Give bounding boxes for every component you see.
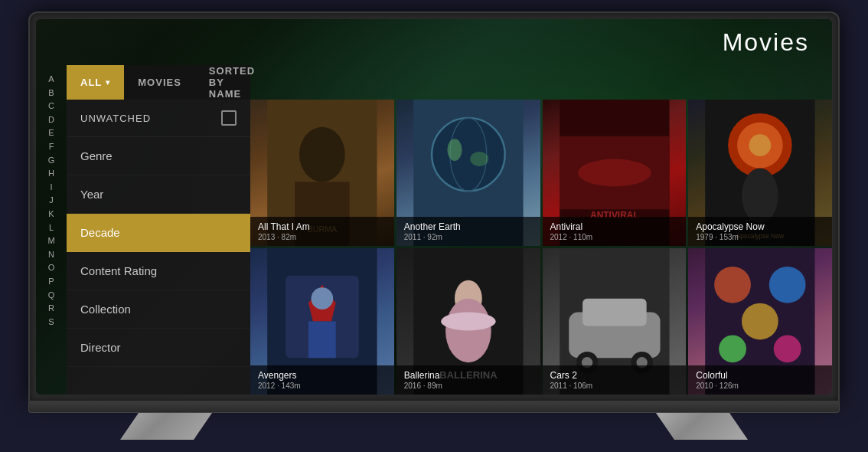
alpha-f[interactable]: F bbox=[49, 140, 54, 154]
alpha-j[interactable]: J bbox=[49, 194, 54, 208]
movie-info-antiviral: Antiviral 2012 · 110m bbox=[543, 217, 687, 246]
movie-meta-colorful: 2010 · 126m bbox=[696, 382, 824, 390]
unwatched-label: UNWATCHED bbox=[80, 113, 151, 124]
filter-collection[interactable]: Collection bbox=[67, 290, 250, 329]
screen-content: Movies ALL ▾ MOVIES bbox=[36, 19, 832, 395]
filter-year[interactable]: Year bbox=[67, 175, 250, 214]
tab-bar: ALL ▾ MOVIES SORTED BY NAME bbox=[67, 65, 250, 100]
alpha-r[interactable]: R bbox=[48, 302, 54, 316]
filter-content-rating[interactable]: Content Rating bbox=[67, 252, 250, 290]
movie-meta-ballerina: 2016 · 89m bbox=[404, 382, 533, 390]
alpha-p[interactable]: P bbox=[48, 275, 54, 289]
movie-info-colorful: Colorful 2010 · 126m bbox=[688, 365, 832, 395]
tab-sorted[interactable]: SORTED BY NAME bbox=[195, 65, 269, 100]
movie-meta-antiviral: 2012 · 110m bbox=[550, 233, 679, 241]
movie-title-burma: All That I Am bbox=[258, 221, 387, 232]
alpha-e[interactable]: E bbox=[48, 126, 54, 140]
alpha-s[interactable]: S bbox=[48, 316, 54, 329]
movie-info-burma: All That I Am 2013 · 82m bbox=[250, 217, 394, 246]
movie-title-avengers: Avengers bbox=[258, 370, 387, 381]
tab-all[interactable]: ALL ▾ bbox=[67, 65, 124, 100]
alpha-o[interactable]: O bbox=[48, 261, 55, 275]
movie-title-apocalypse: Apocalypse Now bbox=[696, 221, 824, 232]
tab-movies[interactable]: MOVIES bbox=[124, 65, 195, 100]
movie-meta-cars: 2011 · 106m bbox=[550, 382, 679, 390]
tv-bezel: Movies ALL ▾ MOVIES bbox=[28, 11, 840, 402]
alpha-n[interactable]: N bbox=[48, 248, 54, 262]
alpha-a[interactable]: A bbox=[48, 73, 54, 87]
tv-stand bbox=[28, 413, 840, 440]
alpha-c[interactable]: C bbox=[48, 100, 54, 113]
filter-panel: ALL ▾ MOVIES SORTED BY NAME UNWATCHED bbox=[67, 65, 250, 395]
movie-card-avengers[interactable]: Avengers 2012 · 143m bbox=[250, 248, 394, 395]
movie-meta-avengers: 2012 · 143m bbox=[258, 382, 387, 390]
stand-leg-right bbox=[656, 413, 748, 440]
tv-screen: Movies ALL ▾ MOVIES bbox=[36, 19, 832, 395]
movie-title-colorful: Colorful bbox=[696, 370, 824, 381]
movie-info-apocalypse: Apocalypse Now 1979 · 153m bbox=[688, 217, 832, 246]
stand-leg-left bbox=[120, 413, 212, 440]
movie-info-cars: Cars 2 2011 · 106m bbox=[543, 365, 687, 395]
unwatched-checkbox[interactable] bbox=[221, 110, 237, 126]
page-title: Movies bbox=[723, 28, 809, 57]
movie-card-colorful[interactable]: Colorful 2010 · 126m bbox=[688, 248, 832, 395]
alpha-d[interactable]: D bbox=[48, 113, 54, 127]
svg-point-11 bbox=[470, 152, 488, 166]
movie-meta-earth: 2011 · 92m bbox=[404, 233, 533, 241]
alpha-l[interactable]: L bbox=[49, 221, 54, 235]
filter-menu: Genre Year Decade Content Rating Collect… bbox=[67, 137, 250, 395]
header: Movies bbox=[36, 19, 832, 65]
dropdown-arrow-icon: ▾ bbox=[106, 78, 110, 87]
alpha-g[interactable]: G bbox=[48, 154, 55, 168]
movie-card-ballerina[interactable]: BALLERINA Ballerina 2016 · 89m bbox=[396, 248, 540, 395]
movie-meta-apocalypse: 1979 · 153m bbox=[696, 233, 824, 241]
unwatched-row[interactable]: UNWATCHED bbox=[67, 100, 250, 137]
movie-title-earth: Another Earth bbox=[404, 221, 533, 232]
movie-card-antiviral[interactable]: ANTIVIRAL Antiviral 2012 · 110m bbox=[543, 100, 687, 246]
movie-card-cars[interactable]: Cars 2 2011 · 106m bbox=[543, 248, 687, 395]
movie-title-antiviral: Antiviral bbox=[550, 221, 679, 232]
alpha-h[interactable]: H bbox=[48, 167, 54, 181]
movie-info-ballerina: Ballerina 2016 · 89m bbox=[396, 365, 540, 395]
alpha-b[interactable]: B bbox=[48, 87, 54, 100]
movie-title-ballerina: Ballerina bbox=[404, 370, 533, 381]
alpha-i[interactable]: I bbox=[50, 181, 52, 195]
movie-info-earth: Another Earth 2011 · 92m bbox=[396, 217, 540, 246]
movie-title-cars: Cars 2 bbox=[550, 370, 679, 381]
tv-bottom-bar bbox=[28, 402, 840, 413]
alpha-k[interactable]: K bbox=[48, 208, 54, 221]
movie-grid: BURMA All That I Am 2013 · 82m bbox=[250, 100, 832, 395]
movie-card-apocalypse[interactable]: Apocalypse Now Apocalypse Now 1979 · 153… bbox=[688, 100, 832, 246]
movie-card-burma[interactable]: BURMA All That I Am 2013 · 82m bbox=[250, 100, 394, 246]
alpha-q[interactable]: Q bbox=[48, 289, 55, 303]
movie-meta-burma: 2013 · 82m bbox=[258, 233, 387, 241]
movie-info-avengers: Avengers 2012 · 143m bbox=[250, 365, 394, 395]
alpha-m[interactable]: M bbox=[47, 234, 54, 248]
tv-frame: Movies ALL ▾ MOVIES bbox=[28, 11, 840, 441]
filter-director[interactable]: Director bbox=[67, 329, 250, 367]
filter-decade[interactable]: Decade bbox=[67, 214, 250, 252]
filter-genre[interactable]: Genre bbox=[67, 137, 250, 175]
svg-point-10 bbox=[447, 139, 462, 161]
movie-card-earth[interactable]: Another Earth 2011 · 92m bbox=[396, 100, 540, 246]
